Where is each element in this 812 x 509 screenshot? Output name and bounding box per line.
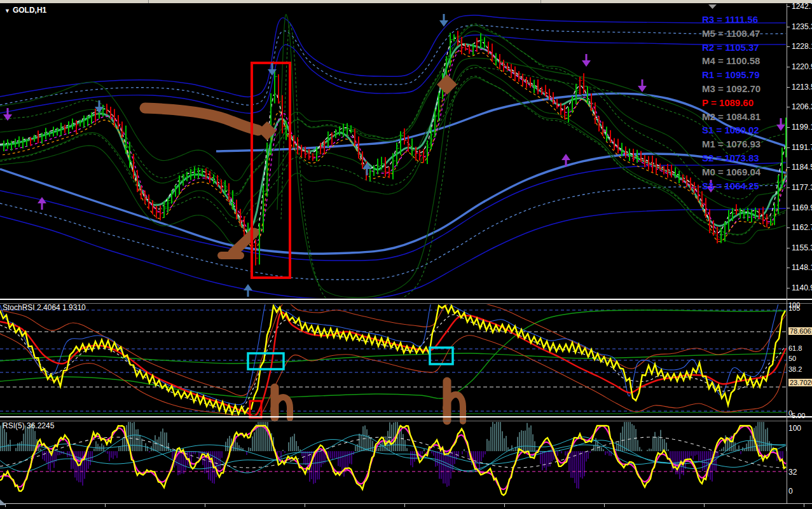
window-top-edge <box>0 0 812 3</box>
trading-chart-window: ▼GOLD,H1 R3 = 1111.56M5 = 1108.47R2 = 11… <box>0 0 812 509</box>
chart-canvas[interactable] <box>0 0 812 509</box>
toolbar-divider <box>540 0 541 3</box>
toolbar-divider <box>148 0 149 3</box>
